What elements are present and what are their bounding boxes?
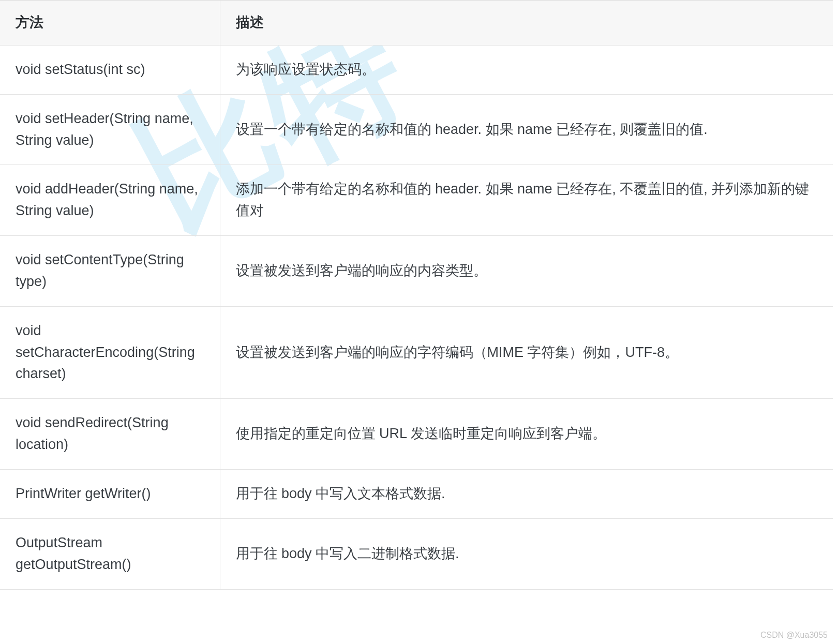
cell-method: PrintWriter getWriter() xyxy=(0,469,220,518)
cell-method: void setCharacterEncoding(String charset… xyxy=(0,306,220,399)
cell-description: 设置一个带有给定的名称和值的 header. 如果 name 已经存在, 则覆盖… xyxy=(220,94,833,165)
table-row: void setContentType(String type) 设置被发送到客… xyxy=(0,236,833,307)
cell-description: 用于往 body 中写入二进制格式数据. xyxy=(220,518,833,589)
api-methods-table: 方法 描述 void setStatus(int sc) 为该响应设置状态码。 … xyxy=(0,0,833,590)
cell-description: 为该响应设置状态码。 xyxy=(220,45,833,94)
table-row: void setCharacterEncoding(String charset… xyxy=(0,306,833,399)
cell-description: 添加一个带有给定的名称和值的 header. 如果 name 已经存在, 不覆盖… xyxy=(220,165,833,236)
cell-method: void setHeader(String name, String value… xyxy=(0,94,220,165)
header-description: 描述 xyxy=(220,1,833,46)
table-row: void sendRedirect(String location) 使用指定的… xyxy=(0,399,833,470)
cell-description: 设置被发送到客户端的响应的字符编码（MIME 字符集）例如，UTF-8。 xyxy=(220,306,833,399)
table-row: void addHeader(String name, String value… xyxy=(0,165,833,236)
cell-description: 使用指定的重定向位置 URL 发送临时重定向响应到客户端。 xyxy=(220,399,833,470)
cell-method: void addHeader(String name, String value… xyxy=(0,165,220,236)
table-row: PrintWriter getWriter() 用于往 body 中写入文本格式… xyxy=(0,469,833,518)
cell-method: void sendRedirect(String location) xyxy=(0,399,220,470)
table-row: OutputStream getOutputStream() 用于往 body … xyxy=(0,518,833,589)
table-header-row: 方法 描述 xyxy=(0,1,833,46)
cell-method: void setContentType(String type) xyxy=(0,236,220,307)
table-row: void setStatus(int sc) 为该响应设置状态码。 xyxy=(0,45,833,94)
cell-method: void setStatus(int sc) xyxy=(0,45,220,94)
cell-method: OutputStream getOutputStream() xyxy=(0,518,220,589)
cell-description: 设置被发送到客户端的响应的内容类型。 xyxy=(220,236,833,307)
table-row: void setHeader(String name, String value… xyxy=(0,94,833,165)
credit-text: CSDN @Xua3055 xyxy=(760,631,828,640)
cell-description: 用于往 body 中写入文本格式数据. xyxy=(220,469,833,518)
header-method: 方法 xyxy=(0,1,220,46)
